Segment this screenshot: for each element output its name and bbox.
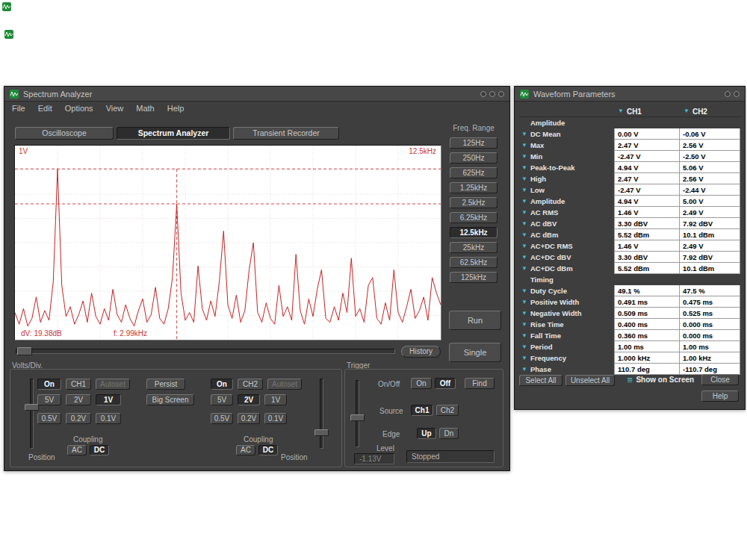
ch1-position-slider-track[interactable] [30,379,34,449]
trigger-source-ch2-button[interactable]: Ch2 [436,405,459,416]
parameter-label-cell[interactable]: ▼ AC+DC dBm [519,263,615,274]
ch1-scale-05v-button[interactable]: 0.5V [37,413,61,424]
menu-item[interactable]: Options [65,104,93,115]
parameter-label-cell[interactable]: ▼ High [519,173,615,184]
history-button[interactable]: History [401,346,441,358]
parameter-label-cell[interactable]: ▼ Timing [519,274,615,285]
single-button[interactable]: Single [449,343,501,362]
ch1-scale-2v-button[interactable]: 2V [66,394,91,405]
trigger-edge-dn-button[interactable]: Dn [439,428,459,439]
freq-range-button[interactable]: 125kHz [450,272,498,283]
ch1-name-button[interactable]: CH1 [66,379,91,390]
ch2-scale-5v-button[interactable]: 5V [211,394,233,405]
parameter-label-cell[interactable]: ▼ Frequency [519,352,615,364]
trigger-level-slider-handle[interactable] [350,414,365,421]
freq-range-button[interactable]: 12.5kHz [450,227,498,238]
parameter-label-cell[interactable]: ▼ Peak-to-Peak [519,162,615,173]
freq-range-button[interactable]: 625Hz [450,167,498,178]
parameter-label-cell[interactable]: ▼ DC Mean [519,128,615,140]
ch2-on-button[interactable]: On [211,379,233,390]
window-control-button[interactable] [489,91,495,97]
parameter-label-cell[interactable]: ▼ AC RMS [519,207,615,218]
trigger-on-button[interactable]: On [411,378,432,389]
ch2-coupling-ac-button[interactable]: AC [236,445,255,455]
parameter-label-cell[interactable]: ▼ Duty Cycle [519,285,615,296]
parameter-label-cell[interactable]: ▼ Positive Width [519,296,615,308]
parameter-label-cell[interactable]: ▼ Fall Time [519,330,615,341]
trigger-edge-up-button[interactable]: Up [417,428,436,439]
parameter-label-cell[interactable]: ▼ AC+DC dBV [519,252,615,263]
ch2-scale-01v-button[interactable]: 0.1V [264,413,287,424]
ch2-autoset-button[interactable]: Autoset [267,379,302,390]
trigger-off-button[interactable]: Off [435,378,456,389]
menu-item[interactable]: Math [136,104,154,115]
desktop-app-icon-2[interactable] [4,30,13,39]
menu-item[interactable]: Edit [38,104,52,115]
window-control-button[interactable] [498,91,504,97]
ch2-name-button[interactable]: CH2 [238,379,263,390]
ch1-scale-01v-button[interactable]: 0.1V [96,413,121,424]
freq-range-button[interactable]: 125Hz [450,137,498,149]
parameter-label-cell[interactable]: ▼ Max [519,140,615,151]
parameter-label-cell[interactable]: ▼ Rise Time [519,319,615,330]
freq-range-button[interactable]: 6.25kHz [450,212,498,223]
parameter-label-cell[interactable]: ▼ Amplitude [519,196,615,207]
run-button[interactable]: Run [449,311,501,330]
ch1-autoset-button[interactable]: Autoset [96,379,130,390]
ch2-scale-02v-button[interactable]: 0.2V [238,413,260,424]
window-control-button[interactable] [480,91,486,97]
trigger-level-slider-track[interactable] [356,380,359,447]
ch1-scale-5v-button[interactable]: 5V [37,394,61,405]
ch1-column-header[interactable]: ▼ CH1 [615,106,681,116]
ch1-position-slider-handle[interactable] [25,404,39,411]
freq-range-button[interactable]: 62.5kHz [450,257,498,268]
ch2-scale-05v-button[interactable]: 0.5V [211,413,233,424]
history-scrollbar-handle[interactable] [17,347,32,355]
unselect-all-button[interactable]: Unselect All [565,375,615,386]
window-control-button[interactable] [725,91,731,97]
parameter-label-cell[interactable]: ▼ Negative Width [519,308,615,319]
ch1-scale-02v-button[interactable]: 0.2V [66,413,91,424]
ch1-coupling-ac-button[interactable]: AC [67,445,87,455]
tab-transient-recorder[interactable]: Transient Recorder [233,127,339,140]
trigger-source-ch1-button[interactable]: Ch1 [411,405,433,416]
select-all-button[interactable]: Select All [519,375,562,386]
parameter-label-cell[interactable]: ▼ Phase [519,364,615,375]
menu-item[interactable]: View [106,104,124,115]
spectrum-plot[interactable]: 1V 12.5kHz dV: 19.38dB f: 2.99kHz [14,145,441,340]
tab-spectrum-analyzer[interactable]: Spectrum Analyzer [117,127,230,140]
ch2-scale-2v-button[interactable]: 2V [238,394,260,405]
parameter-label-cell[interactable]: ▼ Amplitude [519,117,615,128]
freq-range-button[interactable]: 250Hz [450,152,498,164]
ch2-scale-1v-button[interactable]: 1V [264,394,287,405]
parameter-label-cell[interactable]: ▼ Low [519,184,615,196]
ch2-position-slider-handle[interactable] [314,429,329,436]
freq-range-button[interactable]: 1.25kHz [450,182,498,193]
waveform-titlebar[interactable]: Waveform Parameters [515,87,745,102]
freq-range-button[interactable]: 2.5kHz [450,197,498,208]
ch1-on-button[interactable]: On [37,379,61,390]
close-button[interactable]: Close [701,374,739,385]
parameter-label-cell[interactable]: ▼ AC+DC RMS [519,240,615,252]
window-control-button[interactable] [734,91,740,97]
persist-button[interactable]: Persist [146,379,185,390]
ch1-scale-1v-button[interactable]: 1V [96,394,121,405]
ch2-column-header[interactable]: ▼ CH2 [681,106,742,116]
trigger-find-button[interactable]: Find [465,378,495,389]
parameter-label-cell[interactable]: ▼ AC dBV [519,218,615,229]
parameter-label-cell[interactable]: ▼ AC dBm [519,229,615,240]
help-button[interactable]: Help [701,391,739,402]
desktop-app-icon-1[interactable] [2,2,11,11]
spectrum-titlebar[interactable]: Spectrum Analyzer [4,87,509,102]
show-on-screen-control[interactable]: ≣ Show on Screen [627,376,694,384]
parameter-label-cell[interactable]: ▼ Period [519,341,615,352]
history-scrollbar[interactable] [16,349,395,354]
menu-item[interactable]: Help [167,104,185,115]
freq-range-button[interactable]: 25kHz [450,242,498,253]
ch2-coupling-dc-button[interactable]: DC [258,445,278,455]
tab-oscilloscope[interactable]: Oscilloscope [15,127,114,140]
ch2-position-slider-track[interactable] [320,379,323,449]
big-screen-button[interactable]: Big Screen [146,394,194,405]
menu-item[interactable]: File [12,104,25,115]
parameter-label-cell[interactable]: ▼ Min [519,151,615,162]
